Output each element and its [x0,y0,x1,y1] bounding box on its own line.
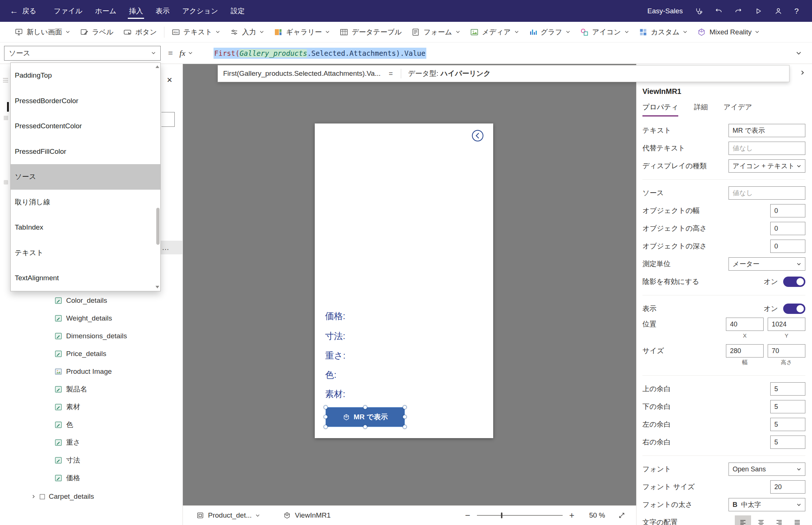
back-circle-icon[interactable] [471,129,484,142]
canvas-label-dimensions[interactable]: 寸法: [325,330,345,342]
dropdown-item[interactable]: TabIndex [11,215,160,240]
shadow-toggle[interactable] [783,277,805,287]
ribbon-new-screen[interactable]: 新しい画面 [10,22,75,42]
scroll-down-arrow[interactable] [156,286,159,288]
tree-item-color-details[interactable]: Color_details [0,292,182,309]
collapse-panel-chevron[interactable] [800,70,805,75]
padding-bottom-input[interactable] [770,400,805,413]
tree-item-weight-details[interactable]: Weight_details [0,309,182,327]
size-height-input[interactable] [768,344,805,358]
view-in-mr-button[interactable]: MR で表示 [326,407,405,427]
menu-home[interactable]: ホーム [89,0,123,22]
ribbon-chart[interactable]: グラフ [524,22,575,42]
ribbon-label-control[interactable]: ラベル [75,22,118,42]
tab-ideas[interactable]: アイデア [723,102,752,116]
selected-control-indicator[interactable]: ViewInMR1 [283,511,331,519]
tree-item-carpet-details[interactable]: Carpet_details [0,488,182,505]
font-dropdown[interactable]: Open Sans [729,463,805,476]
chevron-expand-icon[interactable] [31,494,36,499]
object-depth-input[interactable] [770,240,805,253]
selection-handle[interactable] [363,425,367,429]
size-width-input[interactable] [726,344,764,358]
selection-handle[interactable] [403,415,407,419]
canvas-label-weight[interactable]: 重さ: [325,350,345,362]
selection-handle[interactable] [403,425,407,429]
align-justify-button[interactable] [789,515,805,525]
tree-item-material[interactable]: 素材 [0,398,182,416]
source-input[interactable] [729,186,805,200]
tree-item-weight[interactable]: 重さ [0,434,182,451]
selection-handle[interactable] [324,415,328,419]
dropdown-item[interactable]: 取り消し線 [11,190,160,215]
canvas-label-price[interactable]: 価格: [325,310,345,322]
zoom-in-button[interactable]: + [563,510,581,521]
padding-top-input[interactable] [770,382,805,396]
help-button[interactable]: ? [794,7,799,16]
selection-handle[interactable] [403,405,407,409]
ribbon-input[interactable]: 入力 [225,22,269,42]
tree-item-dimensions-details[interactable]: Dimensions_details [0,327,182,345]
align-left-button[interactable] [735,515,751,525]
object-width-input[interactable] [770,204,805,217]
back-button[interactable]: ← 戻る [0,6,45,16]
property-selector[interactable]: ソース [4,46,161,61]
scroll-up-arrow[interactable] [156,65,159,68]
font-size-input[interactable] [770,480,805,494]
selection-handle[interactable] [324,405,328,409]
dropdown-item[interactable]: TextAlignment [11,265,160,291]
position-y-input[interactable] [768,318,805,331]
text-property-input[interactable] [729,124,805,137]
menu-settings[interactable]: 設定 [224,0,251,22]
menu-action[interactable]: アクション [176,0,224,22]
menu-view[interactable]: 表示 [149,0,176,22]
zoom-slider[interactable] [477,512,563,519]
tree-item-color[interactable]: 色 [0,416,182,434]
selection-handle[interactable] [363,405,367,409]
undo-icon[interactable] [714,7,723,15]
align-right-button[interactable] [771,515,787,525]
ribbon-data-table[interactable]: データテーブル [335,22,406,42]
ribbon-form[interactable]: フォーム [406,22,465,42]
ribbon-text[interactable]: Abc テキスト [167,22,225,42]
dropdown-scrollbar-thumb[interactable] [156,208,160,245]
zoom-out-button[interactable]: − [458,510,477,521]
menu-insert[interactable]: 挿入 [123,0,149,22]
play-preview-icon[interactable] [754,7,762,15]
fit-to-window-icon[interactable] [618,511,626,519]
padding-right-input[interactable] [770,436,805,449]
formula-input[interactable]: First(Gallery_products.Selected.Attachme… [214,49,426,57]
app-screen[interactable]: 価格: 寸法: 重さ: 色: 素材: MR で表示 [315,123,493,438]
padding-left-input[interactable] [770,418,805,431]
position-x-input[interactable] [726,318,764,331]
zoom-slider-thumb[interactable] [501,512,502,518]
ribbon-media[interactable]: メディア [465,22,524,42]
tree-item-price[interactable]: 価格 [0,469,182,487]
dropdown-item-selected[interactable]: ソース [11,164,160,190]
app-checker-icon[interactable] [695,7,703,15]
fx-selector[interactable]: fx [180,48,193,58]
tree-item-price-details[interactable]: Price_details [0,345,182,363]
screen-selector[interactable]: Product_det... [196,511,260,519]
user-account-icon[interactable] [774,7,782,15]
ribbon-icons[interactable]: アイコン [575,22,634,42]
canvas-label-material[interactable]: 素材: [325,388,345,400]
ribbon-gallery[interactable]: ギャラリー [269,22,335,42]
redo-icon[interactable] [734,7,743,15]
alt-text-input[interactable] [729,142,805,155]
dropdown-item[interactable]: PressedBorderColor [11,88,160,114]
ribbon-mixed-reality[interactable]: Mixed Reality [692,22,764,42]
object-height-input[interactable] [770,222,805,235]
display-type-dropdown[interactable]: アイコン + テキスト [729,159,805,173]
tree-item-dimensions[interactable]: 寸法 [0,451,182,469]
dropdown-item[interactable]: PressedFillColor [11,139,160,165]
tree-item-product-image[interactable]: Product Image [0,363,182,380]
unit-dropdown[interactable]: メーター [729,257,805,271]
visible-toggle[interactable] [783,304,805,314]
tab-advanced[interactable]: 詳細 [694,102,708,116]
dropdown-item[interactable]: PressedContentColor [11,114,160,139]
tab-properties[interactable]: プロパティ [642,102,678,116]
tree-item-product-name[interactable]: 製品名 [0,380,182,398]
ribbon-button-control[interactable]: ボタン [118,22,161,42]
font-weight-dropdown[interactable]: B 中太字 [729,498,805,511]
close-icon[interactable]: ✕ [164,74,175,85]
